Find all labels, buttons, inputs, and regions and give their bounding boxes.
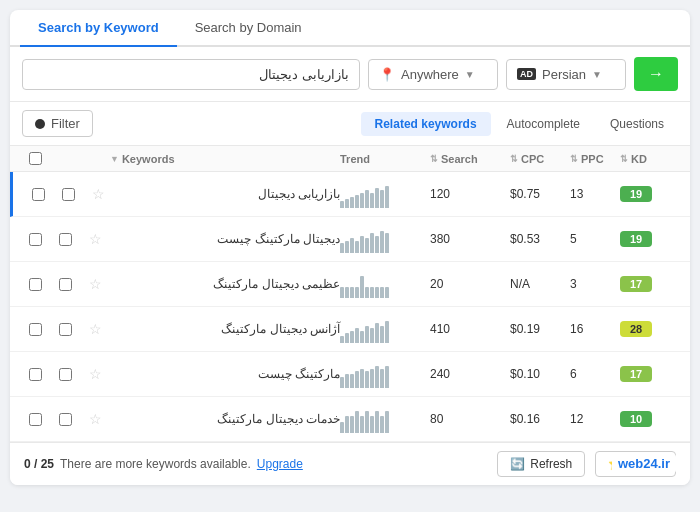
tab-related-keywords[interactable]: Related keywords — [361, 112, 491, 136]
kd-badge: 17 — [620, 276, 652, 292]
star-icon[interactable]: ☆ — [89, 411, 102, 427]
row-select-cell — [50, 368, 80, 381]
row-select-checkbox[interactable] — [59, 278, 72, 291]
row-select-checkbox[interactable] — [59, 233, 72, 246]
trend-bar — [370, 193, 374, 208]
trend-bar — [385, 186, 389, 208]
search-bar: 📍 Anywhere ▼ AD Persian ▼ → — [10, 47, 690, 102]
trend-bar — [380, 369, 384, 388]
trend-cell — [340, 180, 430, 208]
trend-bar — [345, 416, 349, 433]
ppc-value: 13 — [570, 187, 620, 201]
trend-bar — [365, 190, 369, 208]
trend-bar — [375, 323, 379, 343]
filter-label: Filter — [51, 116, 80, 131]
tab-search-by-keyword[interactable]: Search by Keyword — [20, 10, 177, 47]
refresh-icon: 🔄 — [510, 457, 525, 471]
language-select[interactable]: AD Persian ▼ — [506, 59, 626, 90]
row-select-checkbox[interactable] — [59, 368, 72, 381]
row-select-checkbox[interactable] — [59, 413, 72, 426]
kd-badge: 19 — [620, 231, 652, 247]
language-label: Persian — [542, 67, 586, 82]
trend-bar — [360, 236, 364, 253]
row-checkbox[interactable] — [29, 278, 42, 291]
select-all-checkbox[interactable] — [29, 152, 42, 165]
tab-questions[interactable]: Questions — [596, 112, 678, 136]
search-value: 380 — [430, 232, 510, 246]
keyword-cell: مارکتینگ چیست — [110, 367, 340, 381]
trend-bar — [380, 190, 384, 208]
trend-bar — [365, 371, 369, 388]
star-icon[interactable]: ☆ — [92, 186, 105, 202]
header-cpc[interactable]: ⇅ CPC — [510, 153, 570, 165]
star-icon[interactable]: ☆ — [89, 231, 102, 247]
kd-badge-cell: 10 — [620, 411, 680, 427]
kd-badge-cell: 17 — [620, 366, 680, 382]
tab-autocomplete[interactable]: Autocomplete — [493, 112, 594, 136]
trend-bar — [385, 321, 389, 343]
trend-bar — [360, 193, 364, 208]
star-icon[interactable]: ☆ — [89, 321, 102, 337]
cpc-sort-icon: ⇅ — [510, 154, 518, 164]
cpc-value: $0.75 — [510, 187, 570, 201]
row-checkbox-cell — [20, 278, 50, 291]
trend-bar — [350, 416, 354, 433]
location-select[interactable]: 📍 Anywhere ▼ — [368, 59, 498, 90]
header-kd[interactable]: ⇅ KD — [620, 153, 680, 165]
row-checkbox-cell — [20, 233, 50, 246]
cpc-value: N/A — [510, 277, 570, 291]
trend-bar — [360, 276, 364, 298]
row-checkbox[interactable] — [32, 188, 45, 201]
keyword-cell: بازاریابی دیجیتال — [113, 187, 340, 201]
search-sort-icon: ⇅ — [430, 154, 438, 164]
trend-bar — [380, 326, 384, 343]
refresh-button[interactable]: 🔄 Refresh — [497, 451, 585, 477]
row-select-checkbox[interactable] — [59, 323, 72, 336]
search-value: 120 — [430, 187, 510, 201]
header-ppc[interactable]: ⇅ PPC — [570, 153, 620, 165]
trend-bar — [345, 241, 349, 253]
row-star-cell: ☆ — [80, 411, 110, 427]
row-checkbox[interactable] — [29, 323, 42, 336]
trend-bar — [340, 201, 344, 208]
header-keywords[interactable]: ▼ Keywords — [110, 153, 340, 165]
row-checkbox-cell — [20, 368, 50, 381]
keyword-type-tabs: Related keywords Autocomplete Questions — [361, 112, 678, 136]
filter-bar: Filter Related keywords Autocomplete Que… — [10, 102, 690, 146]
header-search[interactable]: ⇅ Search — [430, 153, 510, 165]
location-icon: 📍 — [379, 67, 395, 82]
header-trend: Trend — [340, 153, 430, 165]
tab-bar: Search by Keyword Search by Domain — [10, 10, 690, 47]
trend-bar — [380, 231, 384, 253]
trend-bar — [340, 377, 344, 388]
cpc-value: $0.10 — [510, 367, 570, 381]
trend-bar — [385, 411, 389, 433]
trend-bar — [345, 374, 349, 388]
keyword-input[interactable] — [22, 59, 360, 90]
table-row: ☆ مارکتینگ چیست 240 $0.10 6 17 — [10, 352, 690, 397]
table-header: ▼ Keywords Trend ⇅ Search ⇅ CPC ⇅ PPC ⇅ … — [10, 146, 690, 172]
trend-bar — [370, 287, 374, 298]
trend-bar — [345, 287, 349, 298]
trend-bar — [375, 411, 379, 433]
tab-search-by-domain[interactable]: Search by Domain — [177, 10, 320, 47]
keyword-cell: خدمات دیجیتال مارکتینگ — [110, 412, 340, 426]
row-checkbox[interactable] — [29, 233, 42, 246]
row-checkbox[interactable] — [29, 368, 42, 381]
trend-cell — [340, 315, 430, 343]
trend-bar — [345, 333, 349, 343]
search-button[interactable]: → — [634, 57, 678, 91]
trend-bar — [360, 416, 364, 433]
star-icon[interactable]: ☆ — [89, 276, 102, 292]
trend-bar — [340, 422, 344, 433]
upgrade-link[interactable]: Upgrade — [257, 457, 303, 471]
keyword-cell: آژانس دیجیتال مارکتینگ — [110, 322, 340, 336]
trend-bar — [385, 366, 389, 388]
row-checkbox[interactable] — [29, 413, 42, 426]
row-select-checkbox[interactable] — [62, 188, 75, 201]
filter-button[interactable]: Filter — [22, 110, 93, 137]
location-label: Anywhere — [401, 67, 459, 82]
star-icon[interactable]: ☆ — [89, 366, 102, 382]
keywords-sort-icon: ▼ — [110, 154, 119, 164]
trend-bar — [370, 233, 374, 253]
